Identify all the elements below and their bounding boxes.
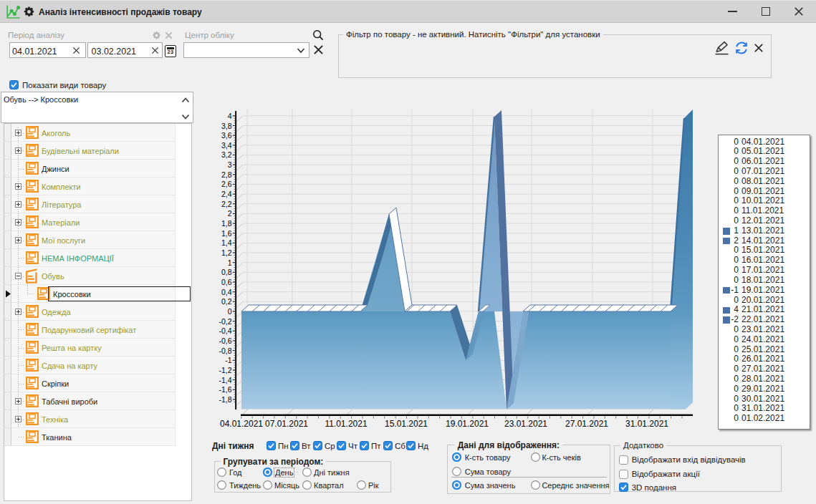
svg-text:-0,4: -0,4 [219, 326, 231, 335]
svg-text:3,8: 3,8 [221, 122, 232, 130]
svg-text:3,4: 3,4 [221, 141, 232, 150]
svg-text:-1,2: -1,2 [219, 366, 231, 374]
svg-text:-1,4: -1,4 [219, 376, 231, 384]
svg-text:1,4: 1,4 [221, 238, 232, 247]
svg-text:4: 4 [228, 112, 232, 120]
svg-text:1,6: 1,6 [221, 229, 232, 238]
svg-text:3,6: 3,6 [221, 131, 232, 140]
svg-text:31.01.2021: 31.01.2021 [625, 419, 668, 429]
svg-text:11.01.2021: 11.01.2021 [325, 419, 367, 429]
svg-text:0: 0 [228, 307, 232, 316]
svg-text:2,4: 2,4 [221, 190, 232, 198]
svg-text:-0,2: -0,2 [219, 317, 231, 326]
svg-text:27.01.2021: 27.01.2021 [565, 419, 608, 429]
svg-text:19.01.2021: 19.01.2021 [446, 419, 489, 429]
svg-text:3: 3 [228, 160, 232, 169]
svg-text:0,2: 0,2 [221, 297, 232, 306]
svg-text:-0,6: -0,6 [219, 336, 231, 345]
svg-text:-0,8: -0,8 [219, 346, 231, 355]
svg-text:07.01.2021: 07.01.2021 [265, 419, 308, 429]
svg-text:0,4: 0,4 [221, 288, 232, 296]
svg-text:23.01.2021: 23.01.2021 [504, 419, 547, 429]
svg-text:1: 1 [228, 258, 232, 267]
svg-text:0,6: 0,6 [221, 278, 232, 286]
svg-text:3,2: 3,2 [221, 150, 232, 159]
svg-text:2,8: 2,8 [221, 170, 232, 179]
svg-text:2,2: 2,2 [221, 200, 232, 208]
svg-text:2,6: 2,6 [221, 180, 232, 188]
svg-text:2: 2 [228, 209, 232, 218]
svg-text:-1: -1 [225, 356, 231, 364]
svg-text:15.01.2021: 15.01.2021 [385, 419, 428, 429]
svg-text:1,8: 1,8 [221, 219, 232, 228]
svg-text:-1,8: -1,8 [219, 395, 231, 404]
svg-text:-1,6: -1,6 [219, 385, 231, 394]
svg-text:0,8: 0,8 [221, 268, 232, 276]
svg-text:04.01.2021: 04.01.2021 [220, 419, 263, 429]
svg-text:1,2: 1,2 [221, 248, 232, 257]
